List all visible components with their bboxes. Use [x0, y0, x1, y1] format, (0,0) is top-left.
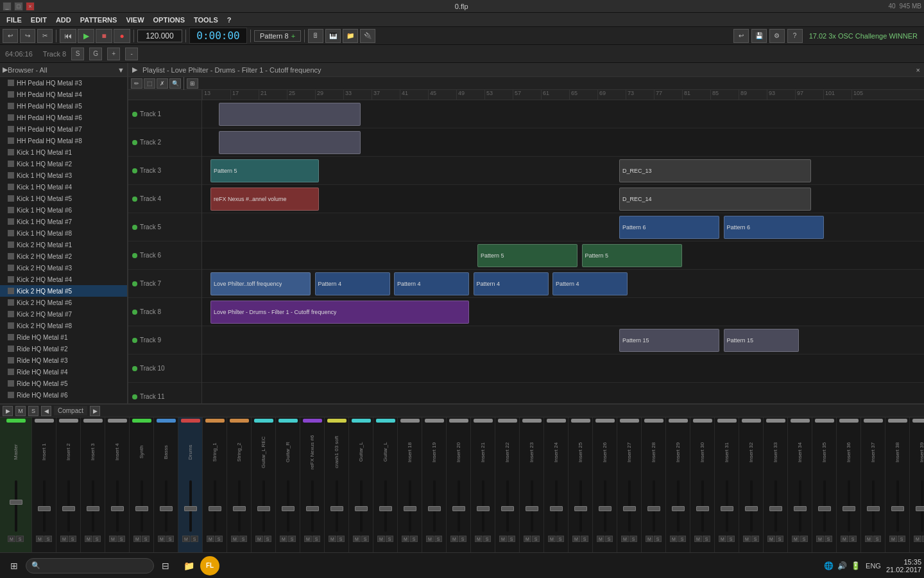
pattern-block[interactable]: Pattern 4	[474, 272, 549, 295]
mute-btn[interactable]: M	[207, 536, 214, 542]
menu-edit[interactable]: EDIT	[27, 15, 51, 25]
fader-thumb[interactable]	[62, 506, 75, 511]
mute-btn[interactable]: M	[767, 536, 775, 542]
mixer-channel[interactable]: Insert 19MS	[422, 417, 447, 554]
mute-btn[interactable]: M	[548, 536, 556, 542]
pattern-block[interactable]: Love Philter..toff frequency	[210, 272, 311, 295]
settings-btn[interactable]: ⚙	[769, 29, 785, 43]
fader-thumb[interactable]	[233, 506, 246, 511]
rewind-btn[interactable]: ⏮	[60, 29, 76, 43]
fader-thumb[interactable]	[623, 506, 636, 511]
pt-draw-btn[interactable]: ✏	[131, 78, 142, 89]
browser-item[interactable]: Kick 1 HQ Metal #2	[0, 158, 127, 170]
browser-item[interactable]: Kick 1 HQ Metal #4	[0, 181, 127, 193]
fader-thumb[interactable]	[721, 506, 733, 511]
solo-btn[interactable]: S	[410, 536, 418, 542]
undo-btn[interactable]: ↩	[3, 29, 18, 43]
plugin-btn[interactable]: 🔌	[360, 29, 375, 43]
browser-item[interactable]: Kick 1 HQ Metal #5	[0, 193, 127, 204]
track-label[interactable]: Track 4	[128, 185, 201, 213]
snap-btn[interactable]: S	[71, 48, 84, 60]
redo-btn[interactable]: ↪	[20, 29, 35, 43]
battery-icon[interactable]: 🔋	[851, 561, 860, 570]
mixer-channel[interactable]: Guitar_LMS	[349, 417, 373, 554]
fader-thumb[interactable]	[696, 506, 709, 511]
solo-btn[interactable]: S	[361, 536, 369, 542]
solo-btn[interactable]: S	[166, 536, 174, 542]
fader-thumb[interactable]	[452, 506, 465, 511]
solo-btn[interactable]: S	[483, 536, 491, 542]
solo-btn[interactable]: S	[678, 536, 686, 542]
browser-btn[interactable]: 📁	[343, 29, 358, 43]
track-row[interactable]: Pattern 5D_REC_13	[202, 157, 924, 185]
mute-btn[interactable]: M	[597, 536, 604, 542]
mute-btn[interactable]: M	[353, 536, 361, 542]
window-controls[interactable]: _ □ ×	[3, 2, 35, 11]
track-label[interactable]: Track 5	[128, 213, 201, 241]
browser-item[interactable]: HH Pedal HQ Metal #6	[0, 112, 127, 123]
browser-item[interactable]: Kick 1 HQ Metal #6	[0, 204, 127, 216]
file-explorer-btn[interactable]: 📁	[177, 556, 200, 576]
solo-btn[interactable]: S	[532, 536, 540, 542]
solo-btn[interactable]: S	[312, 536, 320, 542]
solo-btn[interactable]: S	[508, 536, 515, 542]
mixer-channel[interactable]: reFX Nexus #6MS	[300, 417, 325, 554]
browser-item[interactable]: Kick 2 HQ Metal #5	[0, 285, 127, 297]
fl-studio-taskbar-icon[interactable]: FL	[200, 556, 219, 575]
mute-btn[interactable]: M	[646, 536, 653, 542]
pattern-block[interactable]: Pattern 15	[724, 329, 799, 352]
fader-thumb[interactable]	[306, 506, 319, 511]
mixer-channel[interactable]: Insert 33MS	[764, 417, 788, 554]
pattern-block[interactable]: Pattern 4	[394, 272, 469, 295]
mute-btn[interactable]: M	[426, 536, 434, 542]
mixer-channel[interactable]: String_1MS	[203, 417, 227, 554]
solo-btn[interactable]: S	[239, 536, 247, 542]
fader-thumb[interactable]	[330, 506, 343, 511]
fader-thumb[interactable]	[501, 506, 514, 511]
fader-thumb[interactable]	[38, 506, 51, 511]
solo-btn[interactable]: S	[751, 536, 759, 542]
bpm-display[interactable]: 120.000	[137, 30, 182, 42]
browser-item[interactable]: Kick 1 HQ Metal #8	[0, 227, 127, 239]
solo-btn[interactable]: S	[16, 536, 24, 542]
mixer-channel[interactable]: Insert 23MS	[520, 417, 544, 554]
mixer-mute-btn[interactable]: M	[15, 406, 26, 416]
browser-item[interactable]: Ride HQ Metal #1	[0, 331, 127, 343]
solo-btn[interactable]: S	[459, 536, 466, 542]
piano-roll-btn[interactable]: 🎹	[325, 29, 341, 43]
mixer-channel[interactable]: Insert 22MS	[495, 417, 520, 554]
fader-thumb[interactable]	[135, 506, 148, 511]
track-row[interactable]: Love Philter..toff frequencyPattern 4Pat…	[202, 270, 924, 298]
solo-btn[interactable]: S	[434, 536, 442, 542]
taskbar-search[interactable]: 🔍	[26, 558, 154, 574]
mixer-channel[interactable]: Insert 29MS	[666, 417, 690, 554]
mixer-channel[interactable]: Insert 28MS	[642, 417, 666, 554]
solo-btn[interactable]: S	[337, 536, 345, 542]
fader-thumb[interactable]	[550, 506, 563, 511]
mute-btn[interactable]: M	[231, 536, 239, 542]
mixer-channel[interactable]: Insert 31MS	[715, 417, 739, 554]
track-row[interactable]: reFX Nexus #..annel volumeD_REC_14	[202, 185, 924, 213]
pattern-add-icon[interactable]: +	[291, 32, 295, 40]
pattern-block[interactable]: reFX Nexus #..annel volume	[210, 188, 319, 211]
track-label[interactable]: Track 1	[128, 100, 201, 128]
mute-btn[interactable]: M	[60, 536, 68, 542]
browser-item[interactable]: Ride HQ Metal #5	[0, 378, 127, 389]
fader-thumb[interactable]	[428, 506, 441, 511]
fader-thumb[interactable]	[843, 506, 855, 511]
track-content-wrapper[interactable]: 1317212529333741454953576165697377818589…	[202, 90, 924, 403]
mixer-channel[interactable]: Insert 20MS	[447, 417, 471, 554]
pattern-block[interactable]: D_REC_13	[619, 159, 811, 182]
browser-item[interactable]: Kick 2 HQ Metal #2	[0, 250, 127, 262]
solo-btn[interactable]: S	[581, 536, 588, 542]
fader-thumb[interactable]	[379, 506, 392, 511]
mute-btn[interactable]: M	[182, 536, 190, 542]
solo-btn[interactable]: S	[605, 536, 613, 542]
pattern-block[interactable]: Pattern 5	[477, 244, 578, 267]
mute-btn[interactable]: M	[304, 536, 312, 542]
fader-thumb[interactable]	[599, 506, 612, 511]
mixer-compact-btn[interactable]: ▶	[3, 406, 13, 416]
track-row[interactable]: Pattern 15Pattern 15	[202, 326, 924, 355]
mixer-channel[interactable]: Insert 39MS	[910, 417, 924, 554]
pattern-block[interactable]: Pattern 5	[582, 244, 682, 267]
